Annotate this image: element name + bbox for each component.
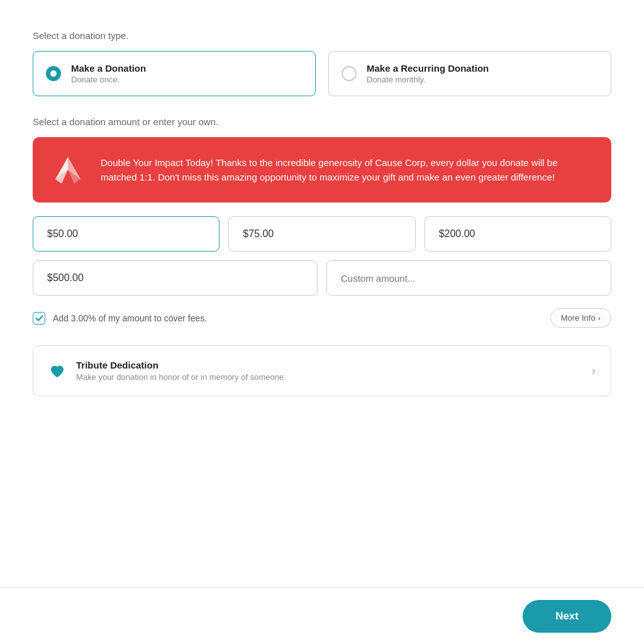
donation-type-recurring[interactable]: Make a Recurring Donation Donate monthly… [328, 51, 611, 96]
fees-label: Add 3.00% of my amount to cover fees. [53, 313, 543, 323]
amount-section-label: Select a donation amount or enter your o… [33, 116, 611, 127]
tribute-card[interactable]: Tribute Dedication Make your donation in… [33, 345, 611, 396]
donation-type-recurring-text: Make a Recurring Donation Donate monthly… [367, 63, 489, 84]
fees-checkbox[interactable] [33, 312, 45, 325]
donation-type-once[interactable]: Make a Donation Donate once. [33, 51, 316, 96]
amount-btn-500[interactable]: $500.00 [33, 260, 318, 296]
amount-row2: $500.00 [33, 260, 611, 296]
donation-once-subtitle: Donate once. [71, 75, 146, 84]
promo-banner: Double Your Impact Today! Thanks to the … [33, 137, 611, 203]
amount-grid: $50.00 $75.00 $200.00 [33, 216, 611, 252]
tribute-text: Tribute Dedication Make your donation in… [76, 360, 286, 382]
donation-type-once-text: Make a Donation Donate once. [71, 63, 146, 84]
tribute-title: Tribute Dedication [76, 360, 286, 370]
amount-btn-200[interactable]: $200.00 [425, 216, 611, 252]
custom-amount-input[interactable] [326, 260, 611, 296]
donation-type-label: Select a donation type. [33, 30, 611, 41]
heart-icon [48, 362, 66, 380]
radio-recurring [341, 66, 357, 81]
donation-recurring-title: Make a Recurring Donation [367, 63, 489, 74]
radio-once [46, 66, 61, 81]
more-info-button[interactable]: More Info › [550, 308, 611, 328]
amount-btn-75[interactable]: $75.00 [228, 216, 415, 252]
donation-type-row: Make a Donation Donate once. Make a Recu… [33, 51, 611, 96]
tribute-chevron-icon: › [592, 364, 596, 377]
donation-recurring-subtitle: Donate monthly. [367, 75, 489, 84]
amount-btn-50[interactable]: $50.00 [33, 216, 219, 252]
donation-once-title: Make a Donation [71, 63, 146, 74]
next-button[interactable]: Next [523, 600, 611, 633]
promo-text: Double Your Impact Today! Thanks to the … [101, 155, 595, 185]
bottom-bar: Next [0, 587, 644, 644]
tribute-subtitle: Make your donation in honor of or in mem… [76, 372, 286, 382]
more-info-label: More Info [561, 313, 596, 323]
more-info-chevron-icon: › [598, 313, 601, 323]
promo-icon [49, 151, 87, 189]
fees-row: Add 3.00% of my amount to cover fees. Mo… [33, 308, 611, 328]
